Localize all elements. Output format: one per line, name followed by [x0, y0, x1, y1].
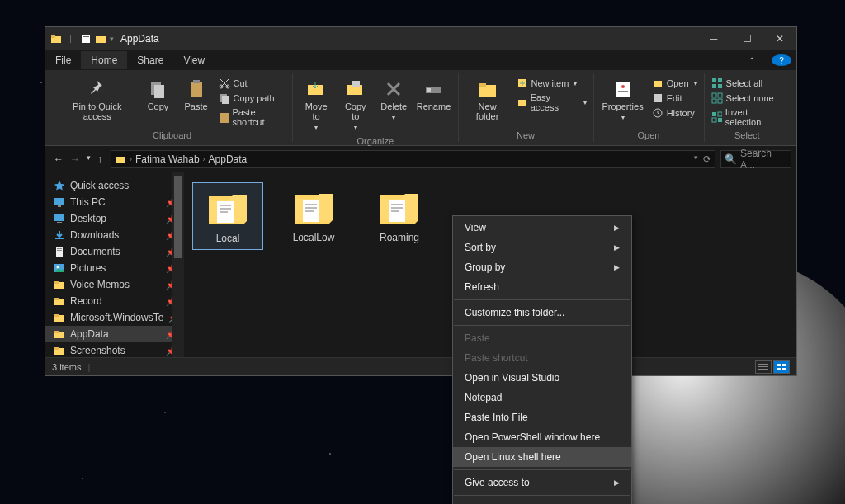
chevron-right-icon: ▶: [614, 263, 620, 271]
breadcrumb-user[interactable]: Fatima Wahab: [135, 153, 200, 165]
sidebar-item-this-pc[interactable]: This PC📌: [45, 194, 184, 210]
close-button[interactable]: ✕: [763, 27, 796, 50]
context-open-in-visual-studio[interactable]: Open in Visual Studio: [453, 368, 631, 388]
search-input[interactable]: 🔍 Search A...: [720, 150, 791, 168]
svg-rect-60: [54, 331, 59, 333]
copy-button[interactable]: Copy: [141, 77, 176, 113]
context-group-by[interactable]: Group by▶: [453, 257, 631, 277]
context-paste-into-file[interactable]: Paste Into File: [453, 407, 631, 427]
svg-rect-20: [479, 85, 496, 97]
folder-local[interactable]: Local: [192, 182, 263, 250]
delete-button[interactable]: Delete▾: [376, 77, 411, 125]
new-group-label: New: [517, 129, 535, 142]
svg-rect-4: [83, 36, 89, 37]
qat-prop-icon[interactable]: [80, 33, 92, 45]
cut-button[interactable]: Cut: [217, 77, 288, 90]
icons-view-button[interactable]: [773, 360, 790, 374]
paste-button[interactable]: Paste: [179, 77, 214, 113]
svg-rect-31: [718, 78, 722, 82]
copy-path-button[interactable]: Copy path: [217, 92, 288, 105]
pic-icon: [54, 262, 65, 274]
chevron-right-icon[interactable]: ›: [130, 155, 132, 163]
invert-selection-button[interactable]: Invert selection: [710, 106, 785, 128]
svg-rect-46: [57, 222, 62, 223]
sidebar-scrollbar[interactable]: [172, 172, 184, 357]
context-separator: [454, 299, 630, 300]
svg-rect-72: [305, 210, 314, 212]
svg-rect-17: [352, 81, 360, 87]
folder-roaming[interactable]: Roaming: [364, 182, 435, 248]
breadcrumb[interactable]: › Fatima Wahab › AppData ▾ ⟳: [111, 150, 715, 168]
context-notepad[interactable]: Notepad: [453, 388, 631, 407]
context-paste: Paste: [453, 328, 631, 348]
sidebar-item-desktop[interactable]: Desktop📌: [45, 210, 184, 227]
qat-folder-icon[interactable]: [95, 33, 106, 45]
tab-share[interactable]: Share: [127, 51, 173, 69]
qat-dropdown-icon[interactable]: ▾: [110, 35, 114, 43]
sidebar-item-quick-access[interactable]: Quick access: [45, 177, 184, 194]
easy-access-button[interactable]: Easy access▾: [515, 92, 588, 113]
refresh-button[interactable]: ⟳: [703, 153, 711, 165]
context-customize-this-folder-[interactable]: Customize this folder...: [453, 303, 631, 323]
tab-file[interactable]: File: [45, 51, 81, 69]
history-button[interactable]: History: [650, 106, 699, 120]
recent-dropdown-icon[interactable]: ▾: [87, 153, 91, 165]
pin-quick-access-button[interactable]: Pin to Quick access: [57, 77, 138, 123]
svg-rect-40: [712, 118, 716, 122]
open-button[interactable]: Open▾: [650, 77, 699, 90]
svg-rect-76: [391, 210, 399, 212]
svg-rect-32: [712, 84, 716, 88]
svg-rect-37: [718, 99, 722, 103]
folder-locallow[interactable]: LocalLow: [278, 182, 349, 248]
context-open-powershell-window-here[interactable]: Open PowerShell window here: [453, 427, 631, 447]
sidebar-item-label: Voice Memos: [70, 279, 130, 290]
sidebar-item-record[interactable]: Record📌: [45, 293, 184, 309]
move-to-button[interactable]: Move to▾: [298, 77, 334, 134]
minimize-button[interactable]: ─: [697, 27, 730, 50]
sidebar-item-microsoft-windowste[interactable]: Microsoft.WindowsTe📌: [45, 309, 184, 326]
chevron-right-icon[interactable]: ›: [203, 155, 205, 163]
up-button[interactable]: ↑: [97, 153, 102, 165]
titlebar[interactable]: ▾ AppData ─ ☐ ✕: [45, 27, 796, 50]
tab-home[interactable]: Home: [81, 51, 127, 69]
sidebar-item-voice-memos[interactable]: Voice Memos📌: [45, 276, 184, 293]
context-give-access-to[interactable]: Give access to▶: [453, 473, 631, 492]
context-new[interactable]: New▶: [453, 498, 631, 504]
doc-icon: [54, 246, 65, 257]
svg-rect-41: [718, 118, 722, 122]
chevron-right-icon: ▶: [614, 224, 620, 232]
breadcrumb-folder[interactable]: AppData: [209, 153, 248, 165]
svg-rect-50: [57, 250, 62, 251]
new-item-button[interactable]: New item▾: [515, 77, 588, 90]
context-sort-by[interactable]: Sort by▶: [453, 238, 631, 257]
svg-rect-45: [54, 214, 64, 221]
folder-icon: [115, 153, 126, 165]
sidebar-item-pictures[interactable]: Pictures📌: [45, 260, 184, 276]
sidebar-item-appdata[interactable]: AppData📌: [45, 326, 184, 342]
properties-button[interactable]: Properties▾: [599, 77, 647, 125]
forward-button[interactable]: →: [70, 153, 80, 165]
edit-button[interactable]: Edit: [650, 92, 699, 105]
select-none-button[interactable]: Select none: [710, 92, 785, 105]
context-view[interactable]: View▶: [453, 218, 631, 238]
copy-to-button[interactable]: Copy to▾: [338, 77, 373, 134]
details-view-button[interactable]: [755, 360, 772, 374]
maximize-button[interactable]: ☐: [730, 27, 763, 50]
select-all-button[interactable]: Select all: [710, 77, 785, 90]
help-icon[interactable]: ?: [772, 54, 791, 66]
sidebar-item-documents[interactable]: Documents📌: [45, 243, 184, 260]
paste-shortcut-button[interactable]: Paste shortcut: [217, 106, 288, 128]
tab-view[interactable]: View: [173, 51, 215, 69]
context-refresh[interactable]: Refresh: [453, 277, 631, 297]
ribbon-tabs: File Home Share View ⌃ ?: [45, 50, 796, 70]
sidebar-item-screenshots[interactable]: Screenshots📌: [45, 342, 184, 357]
svg-rect-2: [70, 35, 71, 43]
breadcrumb-dropdown-icon[interactable]: ▾: [694, 153, 698, 165]
back-button[interactable]: ←: [54, 153, 64, 165]
context-open-linux-shell-here[interactable]: Open Linux shell here: [453, 447, 631, 467]
sidebar-item-downloads[interactable]: Downloads📌: [45, 227, 184, 243]
scrollbar-thumb[interactable]: [174, 176, 182, 258]
collapse-ribbon-icon[interactable]: ⌃: [739, 53, 765, 68]
new-folder-button[interactable]: New folder: [464, 77, 512, 123]
rename-button[interactable]: Rename: [414, 77, 452, 113]
